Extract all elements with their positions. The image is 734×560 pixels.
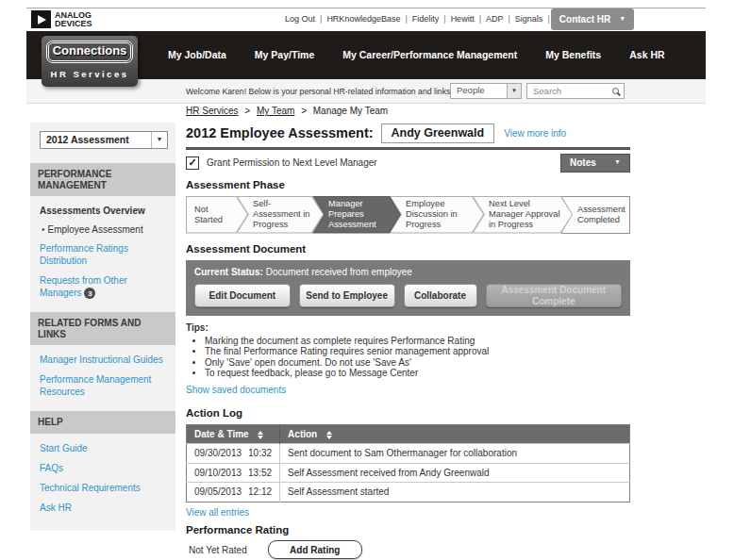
tips-list: Marking the document as complete require… (205, 336, 630, 379)
search-input[interactable] (527, 86, 608, 96)
nav-my-job-data[interactable]: My Job/Data (168, 49, 226, 60)
action-log-header-row: Date & Time Action (187, 424, 630, 444)
current-status-value: Document received from employee (266, 267, 412, 277)
tip-item: To request feedback, please go to Messag… (205, 368, 630, 379)
sidebar-item-start-guide[interactable]: Start Guide (40, 442, 168, 454)
assessment-year-select[interactable]: 2012 Assessment ▼ (40, 131, 168, 149)
people-select-value: People (451, 86, 507, 96)
employee-name-box: Andy Greenwald (381, 124, 495, 142)
connections-wordmark: Connections (46, 41, 133, 63)
checkmark-icon: ✓ (188, 156, 196, 169)
phase-step-manager-prepares-assessment: Manager Prepares Assessment (312, 196, 401, 234)
collaborate-button[interactable]: Collaborate (404, 284, 477, 307)
nav-my-benefits[interactable]: My Benefits (545, 49, 601, 60)
link-separator: | (405, 14, 407, 24)
search-icon[interactable] (608, 88, 624, 94)
breadcrumb-separator: > (244, 106, 250, 116)
add-rating-button[interactable]: Add Rating (268, 540, 362, 559)
sidebar-header-performance-management: PERFORMANCE MANAGEMENT (30, 163, 175, 196)
analog-devices-wordmark: ANALOGDEVICES (55, 11, 92, 28)
chevron-down-icon: ▼ (614, 158, 621, 166)
current-status-line: Current Status:Document received from em… (194, 267, 622, 278)
phase-step-self-assessment-in-progress: Self-Assessment in Progress (237, 196, 324, 234)
assessment-phase-heading: Assessment Phase (186, 179, 630, 191)
log-action-cell: Self Assessment received from Andy Green… (280, 463, 630, 483)
document-buttons-row: Edit Document Send to Employee Collabora… (194, 284, 622, 307)
connections-logo[interactable]: Connections HR Services (42, 36, 138, 87)
log-action-cell: Self Assessment started (280, 483, 630, 502)
page-title: 2012 Employee Assessment: (186, 125, 374, 141)
edit-document-button[interactable]: Edit Document (194, 284, 291, 307)
log-datetime-cell: 09/05/201312:12 (187, 483, 280, 502)
sidebar: 2012 Assessment ▼ PERFORMANCE MANAGEMENT… (30, 123, 175, 531)
link-separator: | (509, 14, 510, 24)
log-action-cell: Sent document to Sam Othermanager for co… (280, 444, 630, 464)
sidebar-item-performance-management-resources[interactable]: Performance Management Resources (40, 373, 168, 398)
grant-permission-checkbox[interactable]: ✓ (186, 156, 199, 170)
utility-links: Log Out | HRKnowledgeBase | Fidelity | H… (285, 14, 575, 24)
link-signals[interactable]: Signals (515, 14, 543, 24)
sort-action-header[interactable]: Action (280, 424, 630, 444)
link-hewitt[interactable]: Hewitt (451, 14, 475, 24)
chevron-down-icon[interactable]: ▼ (151, 132, 167, 148)
sidebar-item-ask-hr[interactable]: Ask HR (40, 502, 168, 514)
search-box (526, 83, 625, 99)
link-separator: | (443, 14, 445, 24)
performance-rating-heading: Performance Rating (186, 524, 630, 536)
breadcrumb-my-team[interactable]: My Team (257, 106, 294, 116)
rating-status-text: Not Yet Rated (189, 545, 247, 556)
action-log-table: Date & Time Action 09/30/201310:32 Sent … (186, 424, 630, 502)
table-row: 09/10/201313:52 Self Assessment received… (187, 463, 630, 483)
requests-count-badge: 3 (84, 288, 95, 299)
sidebar-item-faqs[interactable]: FAQs (40, 462, 168, 474)
breadcrumb-separator: > (301, 106, 307, 116)
view-all-entries-link[interactable]: View all entries (186, 507, 249, 519)
contact-hr-button[interactable]: Contact HR ▼ (551, 8, 634, 30)
view-more-info-link[interactable]: View more info (504, 128, 566, 140)
link-fidelity[interactable]: Fidelity (412, 14, 440, 24)
welcome-message: Welcome Karen! Below is your personal HR… (186, 87, 450, 96)
tip-item: Only 'Save' open document. Do not use 'S… (205, 357, 630, 369)
sidebar-help-block: Start Guide FAQs Technical Requirements … (30, 434, 175, 527)
analog-devices-logo[interactable]: ANALOGDEVICES (31, 10, 92, 28)
assessment-document-complete-button[interactable]: Assessment Document Complete (486, 284, 623, 307)
sort-icon (258, 431, 263, 439)
analog-devices-icon (31, 10, 51, 28)
people-select[interactable]: People ▼ (450, 83, 522, 99)
tip-item: The final Performance Rating requires se… (205, 346, 630, 357)
title-divider (186, 147, 630, 150)
hr-portal-page: ANALOGDEVICES Log Out | HRKnowledgeBase … (0, 0, 734, 560)
assessment-document-panel: Current Status:Document received from em… (186, 260, 630, 317)
link-separator: | (320, 14, 322, 24)
nav-my-pay-time[interactable]: My Pay/Time (255, 49, 314, 60)
notes-button[interactable]: Notes ▼ (560, 154, 630, 173)
title-row: 2012 Employee Assessment: Andy Greenwald… (186, 124, 630, 143)
nav-my-career-performance-management[interactable]: My Career/Performance Management (342, 49, 517, 60)
assessment-year-value: 2012 Assessment (41, 134, 151, 145)
sidebar-item-performance-ratings-distribution[interactable]: Performance Ratings Distribution (40, 242, 168, 267)
sort-date-time-header[interactable]: Date & Time (187, 424, 280, 444)
table-row: 09/30/201310:32 Sent document to Sam Oth… (187, 444, 630, 464)
sidebar-item-assessments-overview[interactable]: Assessments Overview (40, 206, 168, 217)
grant-permission-row: ✓ Grant Permission to Next Level Manager… (186, 154, 630, 173)
sidebar-item-requests-from-other-managers[interactable]: Requests from Other Managers3 (40, 274, 168, 299)
sidebar-item-employee-assessment[interactable]: •Employee Assessment (40, 224, 168, 236)
grant-permission-label: Grant Permission to Next Level Manager (207, 157, 377, 169)
sidebar-header-related-forms: RELATED FORMS AND LINKS (30, 312, 175, 345)
chevron-down-icon[interactable]: ▼ (507, 84, 521, 98)
send-to-employee-button[interactable]: Send to Employee (299, 284, 395, 307)
phase-step-next-level-manager-approval: Next Level Manager Approval in Progress (473, 196, 573, 234)
breadcrumb-hr-services[interactable]: HR Services (186, 106, 239, 116)
bullet-icon: • (42, 224, 45, 235)
sidebar-item-manager-instructional-guides[interactable]: Manager Instructional Guides (40, 354, 168, 366)
assessment-document-heading: Assessment Document (186, 243, 630, 255)
link-hrknowledgebase[interactable]: HRKnowledgeBase (326, 14, 400, 24)
link-log-out[interactable]: Log Out (285, 14, 315, 24)
link-adp[interactable]: ADP (486, 14, 504, 24)
table-row: 09/05/201312:12 Self Assessment started (187, 483, 630, 502)
nav-ask-hr[interactable]: Ask HR (629, 49, 664, 60)
show-saved-documents-link[interactable]: Show saved documents (186, 385, 286, 396)
breadcrumb: HR Services > My Team > Manage My Team (186, 106, 630, 117)
log-datetime-cell: 09/30/201310:32 (187, 444, 280, 464)
sidebar-item-technical-requirements[interactable]: Technical Requirements (40, 482, 168, 494)
